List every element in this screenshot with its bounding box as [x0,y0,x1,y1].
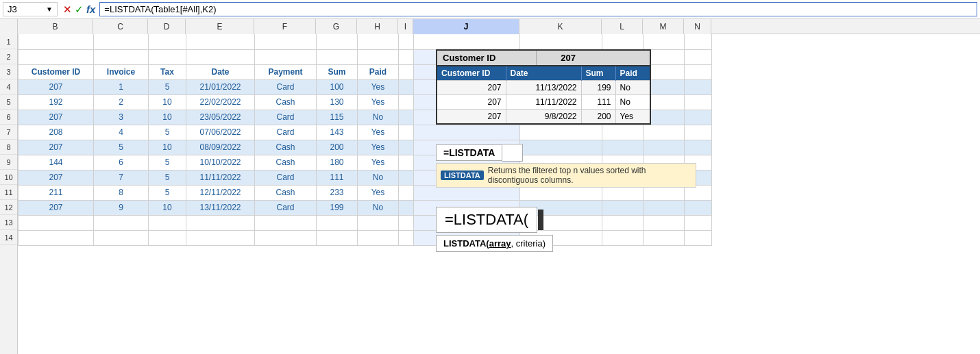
cell-e9[interactable]: 10/10/2022 [186,155,255,170]
row-num-12[interactable]: 12 [0,200,17,215]
cell-c5[interactable]: 2 [94,94,149,110]
cell-c11[interactable]: 8 [94,185,149,200]
col-header-m[interactable]: M [643,19,684,34]
cell-g2[interactable] [317,49,358,64]
cell-e7[interactable]: 07/06/2022 [186,125,255,140]
lookup-cell-paid-2[interactable]: Yes [615,110,650,124]
cell-b2[interactable] [19,49,94,64]
cell-h3[interactable]: Paid [358,64,399,79]
cell-e8[interactable]: 08/09/2022 [186,140,255,155]
lookup-cell-paid-1[interactable]: No [615,95,650,110]
cell-c7[interactable]: 4 [94,125,149,140]
cell-h7[interactable]: Yes [358,125,399,140]
cell-l1[interactable] [602,34,644,49]
cell-e12[interactable]: 13/11/2022 [186,200,255,215]
cell-d7[interactable]: 5 [149,125,186,140]
cell-h14[interactable] [358,230,399,245]
cell-c4[interactable]: 1 [94,79,149,94]
formula-input[interactable]: =LISTDATA(Table1[#All],K2) [99,2,977,16]
cell-g4[interactable]: 100 [317,79,358,94]
col-header-j[interactable]: J [413,19,519,34]
col-header-e[interactable]: E [186,19,254,34]
cell-g9[interactable]: 180 [317,155,358,170]
cell-c10[interactable]: 7 [94,170,149,185]
cell-b1[interactable] [19,34,94,49]
cell-b10[interactable]: 207 [19,170,94,185]
cell-e4[interactable]: 21/01/2022 [186,79,255,94]
cell-n1[interactable] [685,34,712,49]
cell-h6[interactable]: No [358,110,399,125]
cell-h1[interactable] [358,34,399,49]
cell-i1[interactable] [399,34,414,49]
cell-b3[interactable]: Customer ID [19,64,94,79]
cell-h5[interactable]: Yes [358,94,399,110]
cell-i3[interactable] [399,64,414,79]
cell-h4[interactable]: Yes [358,79,399,94]
cell-b4[interactable]: 207 [19,79,94,94]
cell-i10[interactable] [399,170,414,185]
row-num-6[interactable]: 6 [0,110,17,125]
lookup-cell-cid-0[interactable]: 207 [437,81,506,95]
lookup-cell-sum-2[interactable]: 200 [581,110,615,124]
cell-g8[interactable]: 200 [317,140,358,155]
cell-e2[interactable] [186,49,255,64]
cell-f1[interactable] [255,34,317,49]
cell-d13[interactable] [149,215,186,230]
cell-c13[interactable] [94,215,149,230]
cell-e14[interactable] [186,230,255,245]
cell-f3[interactable]: Payment [255,64,317,79]
cell-h9[interactable]: Yes [358,155,399,170]
cell-g7[interactable]: 143 [317,125,358,140]
cell-h10[interactable]: No [358,170,399,185]
cell-d3[interactable]: Tax [149,64,186,79]
row-num-1[interactable]: 1 [0,34,17,49]
cell-b9[interactable]: 144 [19,155,94,170]
cell-g14[interactable] [317,230,358,245]
cell-h12[interactable]: No [358,200,399,215]
row-num-5[interactable]: 5 [0,94,17,110]
cell-b5[interactable]: 192 [19,94,94,110]
col-header-k[interactable]: K [519,19,602,34]
cell-d5[interactable]: 10 [149,94,186,110]
cell-b14[interactable] [19,230,94,245]
row-num-4[interactable]: 4 [0,79,17,94]
cell-b12[interactable]: 207 [19,200,94,215]
cell-d9[interactable]: 5 [149,155,186,170]
cell-f11[interactable]: Cash [255,185,317,200]
row-num-13[interactable]: 13 [0,215,17,230]
row-num-2[interactable]: 2 [0,49,17,64]
col-header-n[interactable]: N [684,19,711,34]
cell-h13[interactable] [358,215,399,230]
row-num-14[interactable]: 14 [0,230,17,245]
cell-g10[interactable]: 111 [317,170,358,185]
cell-d12[interactable]: 10 [149,200,186,215]
cell-c9[interactable]: 6 [94,155,149,170]
cell-h8[interactable]: Yes [358,140,399,155]
cell-k1[interactable] [520,34,602,49]
col-header-h[interactable]: H [357,19,398,34]
lookup-cell-date-2[interactable]: 9/8/2022 [506,110,581,124]
cell-f8[interactable]: Cash [255,140,317,155]
cell-b7[interactable]: 208 [19,125,94,140]
cell-d6[interactable]: 10 [149,110,186,125]
row-num-8[interactable]: 8 [0,140,17,155]
cell-i12[interactable] [399,200,414,215]
col-header-d[interactable]: D [148,19,186,34]
cell-f12[interactable]: Card [255,200,317,215]
cell-c14[interactable] [94,230,149,245]
cell-d8[interactable]: 10 [149,140,186,155]
cell-g11[interactable]: 233 [317,185,358,200]
cell-b11[interactable]: 211 [19,185,94,200]
cell-m1[interactable] [644,34,685,49]
col-header-c[interactable]: C [93,19,148,34]
cell-e11[interactable]: 12/11/2022 [186,185,255,200]
cell-g3[interactable]: Sum [317,64,358,79]
confirm-icon[interactable]: ✓ [75,3,84,16]
cell-i14[interactable] [399,230,414,245]
row-num-9[interactable]: 9 [0,155,17,170]
cell-e13[interactable] [186,215,255,230]
cell-c1[interactable] [94,34,149,49]
cell-i2[interactable] [399,49,414,64]
cell-c3[interactable]: Invoice [94,64,149,79]
lookup-cell-paid-0[interactable]: No [615,81,650,95]
